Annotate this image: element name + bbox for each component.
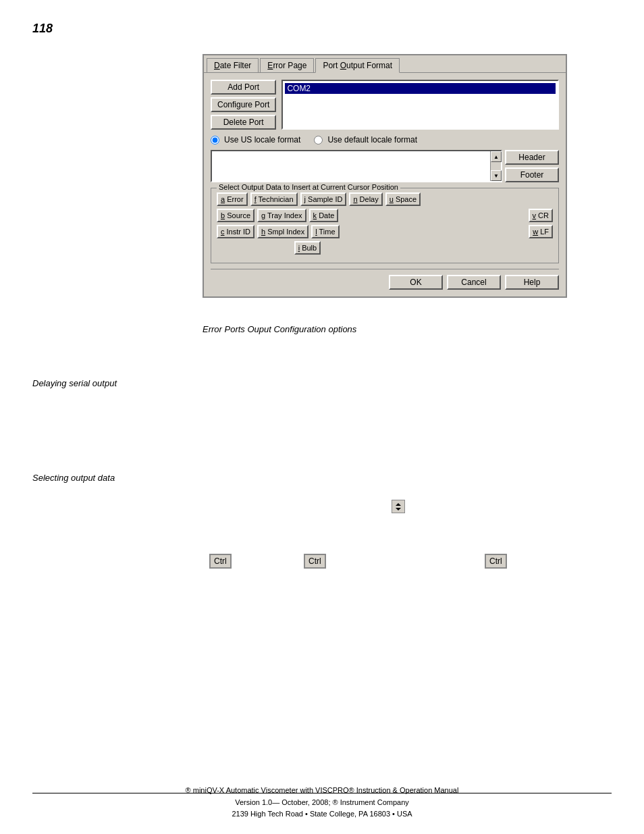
scrollbar: ▲ ▼: [490, 151, 501, 181]
ok-label: OK: [410, 278, 421, 287]
locale-us-text: Use US locale format: [224, 135, 300, 145]
footer-line3: 2139 High Tech Road • State College, PA …: [0, 808, 644, 820]
scroll-up-button[interactable]: ▲: [491, 151, 502, 162]
header-button[interactable]: Header: [505, 150, 559, 165]
tab-date-filter[interactable]: Date Filter: [207, 58, 259, 72]
delaying-label: Delaying serial output: [32, 378, 117, 388]
delete-port-button[interactable]: Delete Port: [211, 115, 276, 130]
spinner-down-arrow: [396, 508, 401, 511]
smpl-index-button[interactable]: h Smpl Index: [257, 225, 308, 238]
space-button[interactable]: u Space: [385, 192, 421, 206]
spinner-icon: [392, 500, 405, 513]
locale-default-text: Use default locale format: [327, 135, 417, 145]
tray-index-button[interactable]: g Tray Index: [257, 209, 306, 222]
figure-caption: Error Ports Ouput Configuration options: [203, 324, 356, 334]
header-label: Header: [518, 153, 545, 162]
group-box-label: Select Output Data to Insert at Current …: [217, 183, 400, 191]
tab-bar: Date Filter Error Page Port Output Forma…: [204, 55, 566, 73]
footer-text: ® miniQV-X Automatic Viscometer with VIS…: [0, 785, 644, 820]
error-button[interactable]: a Error: [217, 192, 248, 206]
time-button[interactable]: l Time: [311, 225, 339, 238]
bottom-buttons: OK Cancel Help: [211, 269, 559, 290]
ctrl-box-2: Ctrl: [304, 554, 326, 569]
cancel-button[interactable]: Cancel: [447, 275, 501, 290]
locale-default-label[interactable]: Use default locale format: [314, 135, 417, 145]
add-port-label: Add Port: [227, 82, 259, 92]
empty-cell-4-5: [478, 241, 553, 255]
configure-port-button[interactable]: Configure Port: [211, 97, 276, 112]
configure-port-label: Configure Port: [217, 100, 269, 109]
dialog-content: Add Port Configure Port Delete Port COM2: [204, 73, 566, 296]
empty-cell-4-1: [217, 241, 292, 255]
footer-line1: ® miniQV-X Automatic Viscometer with VIS…: [0, 785, 644, 797]
ctrl-label-1: Ctrl: [214, 556, 227, 566]
bulb-button[interactable]: i Bulb: [294, 241, 321, 255]
footer-line2: Version 1.0— October, 2008; ® Instrument…: [0, 797, 644, 809]
button-row-3: c Instr ID h Smpl Index l Time w LF: [217, 225, 553, 238]
lf-button[interactable]: w LF: [529, 225, 553, 238]
help-label: Help: [524, 278, 541, 287]
sample-id-button[interactable]: j Sample ID: [300, 192, 347, 206]
technician-button[interactable]: f Technician: [250, 192, 298, 206]
delay-button[interactable]: n Delay: [349, 192, 382, 206]
ok-button[interactable]: OK: [389, 275, 443, 290]
tab-error-page[interactable]: Error Page: [260, 58, 314, 72]
empty-cell-2-4: [341, 209, 525, 222]
date-button[interactable]: k Date: [309, 209, 339, 222]
footer-button[interactable]: Footer: [505, 167, 559, 182]
instr-id-button[interactable]: c Instr ID: [217, 225, 254, 238]
empty-cell-4-3: [323, 241, 398, 255]
output-data-group: Select Output Data to Insert at Current …: [211, 188, 559, 263]
cr-button[interactable]: v CR: [529, 209, 553, 222]
dialog-wrapper: Date Filter Error Page Port Output Forma…: [203, 54, 567, 298]
cancel-label: Cancel: [461, 278, 486, 287]
add-port-button[interactable]: Add Port: [211, 80, 276, 95]
port-buttons: Add Port Configure Port Delete Port: [211, 80, 276, 130]
port-list-item[interactable]: COM2: [285, 83, 556, 94]
port-list[interactable]: COM2: [281, 80, 559, 130]
tab-port-output-format[interactable]: Port Output Format: [315, 58, 400, 73]
locale-default-radio[interactable]: [314, 136, 323, 145]
ctrl-label-2: Ctrl: [308, 556, 321, 566]
button-row-4: i Bulb: [217, 241, 553, 255]
footer-label: Footer: [520, 170, 544, 180]
delete-port-label: Delete Port: [223, 118, 264, 127]
source-button[interactable]: b Source: [217, 209, 254, 222]
empty-cell-4-4: [401, 241, 476, 255]
ctrl-box-1: Ctrl: [209, 554, 232, 569]
ctrl-box-3: Ctrl: [485, 554, 507, 569]
text-area-section: ▲ ▼ Header Footer: [211, 150, 559, 182]
scroll-down-button[interactable]: ▼: [491, 170, 502, 181]
empty-cell-3-4: [342, 225, 527, 238]
page-number: 118: [32, 22, 53, 36]
port-section: Add Port Configure Port Delete Port COM2: [211, 80, 559, 130]
locale-us-label[interactable]: Use US locale format: [211, 135, 300, 145]
ctrl-label-3: Ctrl: [489, 556, 502, 566]
selecting-label: Selecting output data: [32, 473, 115, 483]
side-buttons: Header Footer: [505, 150, 559, 182]
locale-us-radio[interactable]: [211, 136, 219, 145]
button-row-2: b Source g Tray Index k Date v CR: [217, 209, 553, 222]
spinner-up-arrow: [396, 503, 401, 506]
output-text-area[interactable]: ▲ ▼: [211, 150, 502, 182]
dialog: Date Filter Error Page Port Output Forma…: [203, 54, 567, 298]
button-row-1: a Error f Technician j Sample ID n Delay…: [217, 192, 553, 206]
help-button[interactable]: Help: [505, 275, 559, 290]
locale-section: Use US locale format Use default locale …: [211, 135, 559, 145]
